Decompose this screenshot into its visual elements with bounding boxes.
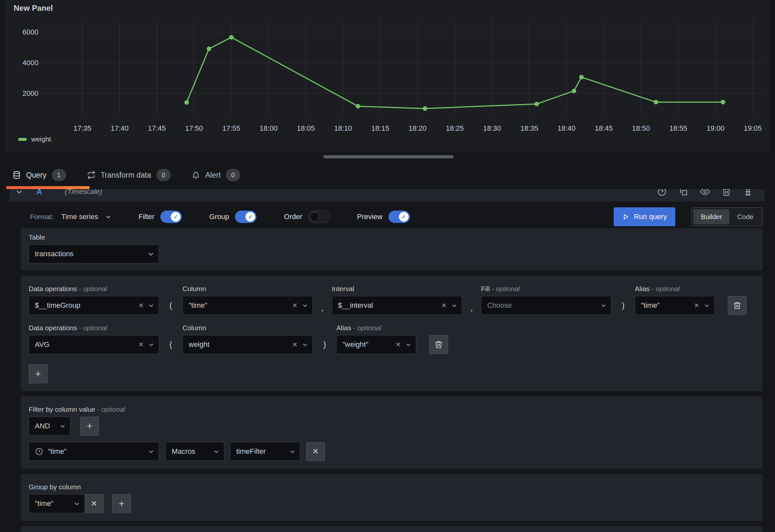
transform-icon [87, 171, 95, 179]
mode-builder[interactable]: Builder [694, 209, 729, 224]
filter-operator-select[interactable]: AND [29, 417, 70, 436]
clear-icon[interactable]: ✕ [694, 302, 699, 309]
help-icon[interactable] [657, 189, 667, 196]
chevron-down-icon [60, 423, 65, 429]
column-select[interactable]: weight ✕ [182, 335, 313, 354]
chevron-down-icon [213, 449, 219, 454]
comma: , [313, 296, 332, 315]
format-value: Time series [61, 212, 98, 221]
preview-toggle[interactable]: ✓ [389, 210, 410, 223]
chevron-down-icon [148, 303, 154, 309]
clear-icon[interactable]: ✕ [395, 341, 401, 349]
group-toggle-label: Group [209, 212, 229, 221]
table-select[interactable]: transactions [29, 244, 159, 263]
svg-text:6000: 6000 [22, 28, 38, 36]
table-section: Table transactions [21, 228, 763, 271]
query-ref-id: A [36, 189, 42, 196]
tab-transform-data[interactable]: Transform data 0 [77, 165, 181, 185]
add-group-by-button[interactable]: + [112, 494, 131, 513]
filter-category-select[interactable]: Macros [165, 442, 224, 461]
mode-code[interactable]: Code [730, 209, 761, 224]
clear-icon[interactable]: ✕ [138, 302, 144, 309]
query-row-header[interactable]: A (Timescale) [9, 189, 765, 201]
group-by-row: "time" ✕ + [29, 494, 755, 513]
tab-alert[interactable]: Alert 0 [181, 165, 251, 185]
svg-text:18:25: 18:25 [446, 124, 464, 132]
close-icon: ✕ [91, 499, 97, 508]
chevron-down-icon [289, 449, 295, 454]
add-column-button[interactable]: + [29, 365, 48, 383]
remove-filter-button[interactable]: ✕ [306, 442, 325, 461]
preview-toggle-group: Preview ✓ [357, 210, 410, 223]
add-filter-button[interactable]: + [80, 417, 99, 436]
tab-transform-badge: 0 [156, 169, 171, 181]
select-row-time: Data operations - optional $__timeGroup … [29, 285, 755, 315]
select-row-weight: Data operations - optional AVG ✕ ( Colum… [29, 324, 755, 354]
filter-macro-select[interactable]: timeFilter [230, 442, 300, 461]
chevron-down-icon [406, 342, 411, 348]
data-operation-select[interactable]: $__timeGroup ✕ [29, 296, 159, 315]
clear-icon[interactable]: ✕ [441, 302, 447, 309]
legend-label[interactable]: weight [31, 135, 51, 143]
clock-icon [35, 447, 43, 456]
svg-text:17:55: 17:55 [222, 124, 240, 132]
preview-toggle-label: Preview [357, 212, 382, 221]
svg-text:18:30: 18:30 [483, 124, 501, 132]
group-by-column-select[interactable]: "time" [29, 494, 85, 513]
filter-operator-row: AND + [29, 417, 755, 436]
alias-select[interactable]: "time" ✕ [635, 296, 715, 315]
remove-column-button[interactable] [429, 335, 448, 354]
paren-close: ) [611, 296, 635, 315]
filter-column-select[interactable]: "time" [29, 442, 159, 461]
clear-icon[interactable]: ✕ [292, 341, 297, 349]
eye-icon[interactable] [700, 189, 710, 196]
query-editor: A (Timescale) Format: Time series [9, 189, 765, 532]
drag-handle-icon[interactable] [743, 189, 753, 196]
group-toggle-group: Group ✓ [209, 210, 256, 223]
clear-icon[interactable]: ✕ [138, 341, 144, 349]
run-query-button[interactable]: Run query [614, 207, 676, 226]
remove-column-button[interactable] [728, 296, 747, 315]
data-operation-select[interactable]: AVG ✕ [29, 335, 159, 354]
paren-open: ( [159, 335, 182, 354]
editor-tabs: Query 1 Transform data 0 Alert 0 [0, 165, 251, 185]
format-select[interactable]: Time series [61, 212, 111, 221]
filter-condition-row: "time" Macros timeFilter ✕ [29, 442, 755, 461]
svg-text:18:40: 18:40 [558, 124, 576, 132]
chevron-down-icon [302, 342, 308, 348]
chevron-down-icon [704, 303, 710, 309]
alias-select[interactable]: "weight" ✕ [336, 335, 416, 354]
tab-query-label: Query [26, 171, 47, 180]
svg-text:18:15: 18:15 [371, 124, 389, 132]
close-icon: ✕ [312, 447, 319, 456]
group-by-label: Group by column [29, 483, 755, 492]
table-label: Table [29, 233, 755, 242]
filter-section: Filter by column value - optional AND + … [21, 396, 763, 469]
fill-select[interactable]: Choose [481, 296, 611, 315]
chart-panel: 17:3517:4017:4517:5017:5518:0018:0518:10… [6, 1, 769, 151]
column-select[interactable]: "time" ✕ [182, 296, 313, 315]
play-icon [622, 213, 629, 220]
group-toggle[interactable]: ✓ [235, 210, 256, 223]
svg-text:18:10: 18:10 [334, 124, 352, 132]
panel-resize-handle[interactable] [323, 155, 454, 158]
svg-text:18:55: 18:55 [669, 124, 687, 132]
select-section: Data operations - optional $__timeGroup … [21, 276, 763, 391]
interval-select[interactable]: $__interval ✕ [332, 296, 462, 315]
chart-legend[interactable]: weight [18, 135, 51, 143]
tab-query[interactable]: Query 1 [0, 165, 77, 185]
chevron-down-icon [601, 303, 607, 309]
remove-group-by-button[interactable]: ✕ [85, 494, 104, 513]
trash-icon[interactable] [722, 189, 731, 196]
database-icon [12, 171, 21, 179]
chevron-down-icon[interactable] [16, 189, 23, 195]
order-toggle-group: Order ✓ [284, 210, 329, 223]
copy-icon[interactable] [679, 189, 688, 196]
active-tab-underline [6, 186, 90, 189]
order-toggle[interactable]: ✓ [308, 210, 330, 223]
query-toolbar: Format: Time series Filter ✓ Group ✓ Ord… [21, 207, 763, 226]
editor-mode-switch: Builder Code [692, 207, 763, 226]
filter-toggle[interactable]: ✓ [160, 210, 182, 223]
tab-transform-label: Transform data [101, 171, 151, 180]
clear-icon[interactable]: ✕ [292, 302, 297, 309]
